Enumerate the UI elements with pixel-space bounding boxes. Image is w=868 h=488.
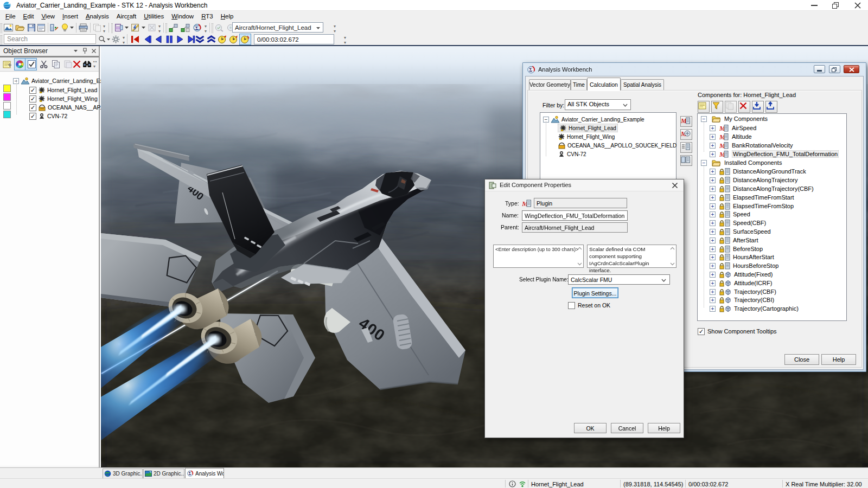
svg-text:Σ: Σ xyxy=(188,471,191,476)
svg-text:Σ: Σ xyxy=(529,67,532,73)
svg-text:Σ: Σ xyxy=(195,25,199,31)
